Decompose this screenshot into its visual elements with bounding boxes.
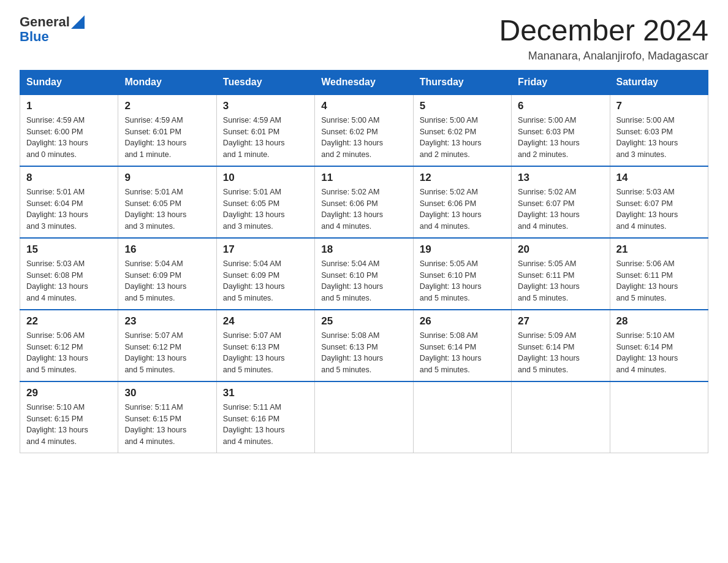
day-number: 18: [321, 243, 406, 256]
day-cell-19: 19Sunrise: 5:05 AMSunset: 6:10 PMDayligh…: [413, 238, 511, 310]
day-number: 27: [518, 315, 603, 327]
day-number: 10: [223, 172, 308, 184]
day-number: 1: [26, 100, 112, 112]
logo: General Blue: [20, 15, 85, 44]
day-cell-11: 11Sunrise: 5:02 AMSunset: 6:06 PMDayligh…: [315, 166, 413, 238]
day-cell-30: 30Sunrise: 5:11 AMSunset: 6:15 PMDayligh…: [118, 381, 216, 453]
day-info: Sunrise: 5:05 AMSunset: 6:11 PMDaylight:…: [518, 259, 580, 302]
day-number: 28: [616, 315, 702, 327]
day-info: Sunrise: 5:08 AMSunset: 6:14 PMDaylight:…: [420, 331, 482, 374]
day-number: 8: [26, 172, 112, 184]
header-sunday: Sunday: [20, 70, 118, 94]
day-number: 2: [124, 100, 210, 112]
day-number: 19: [420, 243, 505, 256]
header-tuesday: Tuesday: [216, 70, 314, 94]
day-info: Sunrise: 5:07 AMSunset: 6:12 PMDaylight:…: [124, 331, 186, 374]
day-cell-18: 18Sunrise: 5:04 AMSunset: 6:10 PMDayligh…: [315, 238, 413, 310]
day-info: Sunrise: 5:04 AMSunset: 6:09 PMDaylight:…: [124, 259, 186, 302]
day-number: 3: [223, 100, 308, 112]
day-number: 20: [518, 243, 603, 256]
day-number: 4: [321, 100, 406, 112]
day-cell-2: 2Sunrise: 4:59 AMSunset: 6:01 PMDaylight…: [118, 94, 216, 166]
day-info: Sunrise: 4:59 AMSunset: 6:00 PMDaylight:…: [26, 116, 88, 159]
day-info: Sunrise: 5:11 AMSunset: 6:15 PMDaylight:…: [124, 403, 186, 446]
week-row-4: 22Sunrise: 5:06 AMSunset: 6:12 PMDayligh…: [20, 310, 708, 381]
day-number: 16: [124, 243, 210, 256]
empty-cell: [315, 381, 413, 453]
day-info: Sunrise: 5:07 AMSunset: 6:13 PMDaylight:…: [223, 331, 285, 374]
day-info: Sunrise: 5:08 AMSunset: 6:13 PMDaylight:…: [321, 331, 383, 374]
day-number: 5: [420, 100, 505, 112]
title-block: December 2024 Mananara, Analanjirofo, Ma…: [499, 15, 708, 63]
day-cell-25: 25Sunrise: 5:08 AMSunset: 6:13 PMDayligh…: [315, 310, 413, 381]
day-cell-16: 16Sunrise: 5:04 AMSunset: 6:09 PMDayligh…: [118, 238, 216, 310]
day-cell-31: 31Sunrise: 5:11 AMSunset: 6:16 PMDayligh…: [216, 381, 314, 453]
day-cell-1: 1Sunrise: 4:59 AMSunset: 6:00 PMDaylight…: [20, 94, 118, 166]
logo-blue: Blue: [20, 29, 85, 44]
day-number: 17: [223, 243, 308, 256]
day-info: Sunrise: 5:10 AMSunset: 6:15 PMDaylight:…: [26, 403, 88, 446]
day-info: Sunrise: 5:06 AMSunset: 6:12 PMDaylight:…: [26, 331, 88, 374]
day-cell-15: 15Sunrise: 5:03 AMSunset: 6:08 PMDayligh…: [20, 238, 118, 310]
page-header: General Blue December 2024 Mananara, Ana…: [20, 15, 708, 63]
day-cell-4: 4Sunrise: 5:00 AMSunset: 6:02 PMDaylight…: [315, 94, 413, 166]
empty-cell: [413, 381, 511, 453]
day-info: Sunrise: 5:02 AMSunset: 6:07 PMDaylight:…: [518, 188, 580, 231]
day-info: Sunrise: 5:04 AMSunset: 6:09 PMDaylight:…: [223, 259, 285, 302]
page-subtitle: Mananara, Analanjirofo, Madagascar: [499, 50, 708, 63]
day-number: 15: [26, 243, 112, 256]
day-cell-27: 27Sunrise: 5:09 AMSunset: 6:14 PMDayligh…: [512, 310, 610, 381]
day-info: Sunrise: 5:00 AMSunset: 6:03 PMDaylight:…: [518, 116, 580, 159]
day-cell-8: 8Sunrise: 5:01 AMSunset: 6:04 PMDaylight…: [20, 166, 118, 238]
day-number: 7: [616, 100, 702, 112]
header-saturday: Saturday: [610, 70, 708, 94]
day-number: 12: [420, 172, 505, 184]
day-cell-13: 13Sunrise: 5:02 AMSunset: 6:07 PMDayligh…: [512, 166, 610, 238]
day-info: Sunrise: 5:05 AMSunset: 6:10 PMDaylight:…: [420, 259, 482, 302]
day-cell-9: 9Sunrise: 5:01 AMSunset: 6:05 PMDaylight…: [118, 166, 216, 238]
day-info: Sunrise: 5:06 AMSunset: 6:11 PMDaylight:…: [616, 259, 678, 302]
day-cell-28: 28Sunrise: 5:10 AMSunset: 6:14 PMDayligh…: [610, 310, 708, 381]
day-cell-5: 5Sunrise: 5:00 AMSunset: 6:02 PMDaylight…: [413, 94, 511, 166]
svg-marker-0: [71, 15, 85, 29]
logo-general: General: [20, 15, 70, 29]
empty-cell: [610, 381, 708, 453]
day-info: Sunrise: 4:59 AMSunset: 6:01 PMDaylight:…: [124, 116, 186, 159]
header-friday: Friday: [512, 70, 610, 94]
week-row-5: 29Sunrise: 5:10 AMSunset: 6:15 PMDayligh…: [20, 381, 708, 453]
header-wednesday: Wednesday: [315, 70, 413, 94]
day-cell-23: 23Sunrise: 5:07 AMSunset: 6:12 PMDayligh…: [118, 310, 216, 381]
day-cell-20: 20Sunrise: 5:05 AMSunset: 6:11 PMDayligh…: [512, 238, 610, 310]
day-cell-21: 21Sunrise: 5:06 AMSunset: 6:11 PMDayligh…: [610, 238, 708, 310]
day-info: Sunrise: 5:09 AMSunset: 6:14 PMDaylight:…: [518, 331, 580, 374]
day-info: Sunrise: 5:01 AMSunset: 6:05 PMDaylight:…: [223, 188, 285, 231]
week-row-2: 8Sunrise: 5:01 AMSunset: 6:04 PMDaylight…: [20, 166, 708, 238]
day-number: 14: [616, 172, 702, 184]
page-title: December 2024: [499, 15, 708, 47]
day-number: 29: [26, 387, 112, 399]
day-number: 21: [616, 243, 702, 256]
day-info: Sunrise: 4:59 AMSunset: 6:01 PMDaylight:…: [223, 116, 285, 159]
day-info: Sunrise: 5:01 AMSunset: 6:04 PMDaylight:…: [26, 188, 88, 231]
day-info: Sunrise: 5:00 AMSunset: 6:02 PMDaylight:…: [420, 116, 482, 159]
week-row-1: 1Sunrise: 4:59 AMSunset: 6:00 PMDaylight…: [20, 94, 708, 166]
day-number: 22: [26, 315, 112, 327]
day-info: Sunrise: 5:00 AMSunset: 6:03 PMDaylight:…: [616, 116, 678, 159]
day-info: Sunrise: 5:11 AMSunset: 6:16 PMDaylight:…: [223, 403, 285, 446]
day-number: 26: [420, 315, 505, 327]
day-cell-7: 7Sunrise: 5:00 AMSunset: 6:03 PMDaylight…: [610, 94, 708, 166]
day-info: Sunrise: 5:00 AMSunset: 6:02 PMDaylight:…: [321, 116, 383, 159]
day-cell-22: 22Sunrise: 5:06 AMSunset: 6:12 PMDayligh…: [20, 310, 118, 381]
day-number: 11: [321, 172, 406, 184]
day-number: 24: [223, 315, 308, 327]
day-number: 9: [124, 172, 210, 184]
day-cell-26: 26Sunrise: 5:08 AMSunset: 6:14 PMDayligh…: [413, 310, 511, 381]
logo-triangle-icon: [71, 15, 85, 29]
day-info: Sunrise: 5:04 AMSunset: 6:10 PMDaylight:…: [321, 259, 383, 302]
day-info: Sunrise: 5:02 AMSunset: 6:06 PMDaylight:…: [420, 188, 482, 231]
day-cell-17: 17Sunrise: 5:04 AMSunset: 6:09 PMDayligh…: [216, 238, 314, 310]
header-monday: Monday: [118, 70, 216, 94]
week-row-3: 15Sunrise: 5:03 AMSunset: 6:08 PMDayligh…: [20, 238, 708, 310]
day-info: Sunrise: 5:03 AMSunset: 6:08 PMDaylight:…: [26, 259, 88, 302]
empty-cell: [512, 381, 610, 453]
